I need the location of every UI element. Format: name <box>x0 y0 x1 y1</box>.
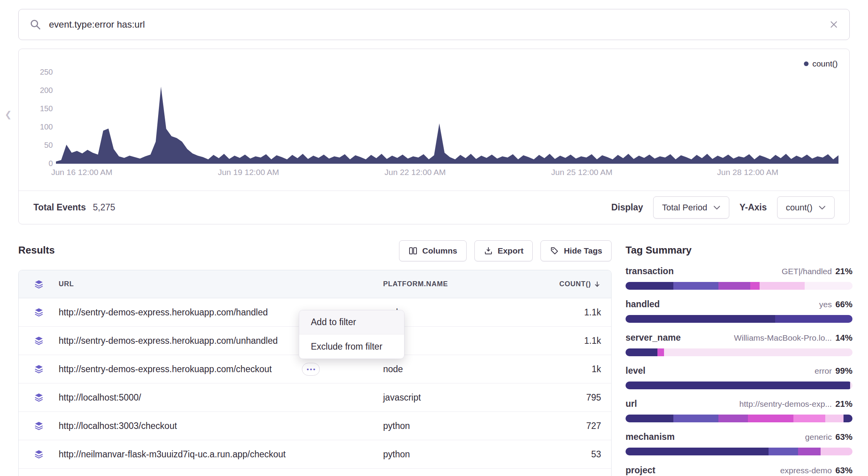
tag-name: transaction <box>626 266 674 276</box>
tag-percentage: 99% <box>835 366 852 376</box>
url-cell[interactable]: http://localhost:3003/checkout <box>59 421 177 431</box>
hide-tags-button[interactable]: Hide Tags <box>540 240 612 261</box>
hide-tags-button-label: Hide Tags <box>564 246 602 256</box>
header-platform[interactable]: PLATFORM.NAME <box>383 280 526 288</box>
stack-column-header-icon[interactable] <box>19 279 59 289</box>
x-tick: Jun 19 12:00 AM <box>218 168 279 177</box>
tag-bar-segment <box>850 382 852 389</box>
tag-bar-segment <box>673 415 719 422</box>
tag-value: express-demo63% <box>780 466 852 476</box>
tag-name: server_name <box>626 332 681 343</box>
tag-summary-row: handled yes66% <box>626 299 852 323</box>
url-cell[interactable]: http://sentry-demos-express.herokuapp.co… <box>59 307 268 318</box>
stack-icon[interactable] <box>19 336 59 346</box>
tag-bar-segment <box>626 348 657 356</box>
cell-actions-button[interactable]: ••• <box>302 363 320 376</box>
count-cell[interactable]: 1.1k <box>526 307 611 318</box>
y-tick: 200 <box>28 85 53 96</box>
url-cell[interactable]: http://neilmanvar-flask-m3uuizd7iq-uc.a.… <box>59 449 286 460</box>
url-cell[interactable]: http://localhost:5000/ <box>59 392 141 403</box>
tag-percentage: 21% <box>835 399 852 409</box>
tag-distribution-bar[interactable] <box>626 348 852 356</box>
columns-button[interactable]: Columns <box>399 240 467 261</box>
table-row[interactable]: http://sentry-demos-express.herokuapp.co… <box>19 355 611 383</box>
menu-item-exclude-from-filter[interactable]: Exclude from filter <box>299 334 404 359</box>
tag-summary-row: mechanism generic63% <box>626 432 852 455</box>
tag-name: project <box>626 465 655 476</box>
sidebar-collapse-icon[interactable]: ❮ <box>5 110 12 120</box>
platform-cell[interactable]: node <box>383 364 526 374</box>
tag-value: generic63% <box>805 432 852 442</box>
tag-summary-row: url http://sentry-demos-exp...21% <box>626 399 852 422</box>
search-icon <box>30 19 41 30</box>
tag-summary-row: project express-demo63% <box>626 465 852 476</box>
stack-icon[interactable] <box>19 449 59 459</box>
export-button-label: Export <box>498 246 524 256</box>
url-cell[interactable]: http://sentry-demos-express.herokuapp.co… <box>59 364 272 374</box>
tag-top-value: http://sentry-demos-exp... <box>739 399 832 408</box>
tag-distribution-bar[interactable] <box>626 415 852 422</box>
tag-bar-segment <box>718 282 750 290</box>
platform-cell[interactable]: node <box>383 307 526 318</box>
columns-icon <box>408 246 418 256</box>
tag-top-value: GET|/handled <box>782 267 832 276</box>
tag-percentage: 66% <box>835 299 852 309</box>
export-button[interactable]: Export <box>474 240 533 261</box>
tag-distribution-bar[interactable] <box>626 382 852 389</box>
table-row[interactable]: http://localhost:5000/ javascript 795 <box>19 383 611 412</box>
header-count[interactable]: COUNT() <box>526 280 611 288</box>
tag-bar-segment <box>769 448 798 455</box>
count-cell[interactable]: 53 <box>526 449 611 460</box>
sort-desc-icon <box>593 280 601 288</box>
tag-bar-segment <box>750 282 759 290</box>
stack-icon[interactable] <box>19 307 59 317</box>
count-cell[interactable]: 795 <box>526 392 611 403</box>
tag-top-value: yes <box>819 300 832 309</box>
count-cell[interactable]: 1.1k <box>526 336 611 346</box>
menu-item-add-to-filter[interactable]: Add to filter <box>299 310 404 334</box>
count-cell[interactable]: 1k <box>526 364 611 374</box>
tag-bar-segment <box>798 448 821 455</box>
y-tick: 100 <box>28 121 53 132</box>
tag-bar-segment <box>657 348 664 356</box>
y-tick: 50 <box>28 140 53 150</box>
download-icon <box>484 246 493 256</box>
y-tick: 150 <box>28 103 53 114</box>
tag-bar-segment <box>626 282 673 290</box>
tag-distribution-bar[interactable] <box>626 315 852 323</box>
platform-cell[interactable]: python <box>383 449 526 460</box>
count-cell[interactable]: 727 <box>526 421 611 431</box>
tag-distribution-bar[interactable] <box>626 282 852 290</box>
stack-icon[interactable] <box>19 421 59 431</box>
stack-icon[interactable] <box>19 364 59 374</box>
tag-top-value: error <box>815 366 832 375</box>
header-url[interactable]: URL <box>59 280 383 288</box>
platform-cell[interactable]: python <box>383 421 526 431</box>
tag-value: error99% <box>815 366 852 376</box>
stack-icon[interactable] <box>19 392 59 402</box>
x-tick: Jun 22 12:00 AM <box>385 168 446 177</box>
tag-percentage: 63% <box>835 432 852 442</box>
tag-bar-segment <box>821 448 852 455</box>
tag-bar-segment <box>626 415 673 422</box>
platform-cell[interactable]: javascript <box>383 392 526 403</box>
tag-bar-segment <box>793 415 825 422</box>
tag-bar-segment <box>664 348 852 356</box>
platform-cell[interactable]: node <box>383 336 526 346</box>
cell-context-menu: Add to filter Exclude from filter <box>299 310 404 359</box>
tag-bar-segment <box>805 282 852 290</box>
tag-percentage: 63% <box>835 466 852 475</box>
header-count-label: COUNT() <box>559 280 591 288</box>
tag-percentage: 14% <box>835 333 852 343</box>
tag-bar-segment <box>626 448 769 455</box>
tag-distribution-bar[interactable] <box>626 448 852 455</box>
tag-top-value: generic <box>805 432 832 441</box>
table-header-row: URL PLATFORM.NAME COUNT() <box>19 270 611 298</box>
url-cell[interactable]: http://sentry-demos-express.herokuapp.co… <box>59 336 278 346</box>
tag-name: handled <box>626 299 660 310</box>
tag-name: level <box>626 366 645 376</box>
table-row[interactable]: http://localhost:3003/checkout python 72… <box>19 412 611 440</box>
discover-page: ❮ count() 250 200 150 100 50 0 <box>0 0 868 476</box>
tag-value: GET|/handled21% <box>782 266 852 276</box>
table-row[interactable]: http://neilmanvar-flask-m3uuizd7iq-uc.a.… <box>19 440 611 469</box>
